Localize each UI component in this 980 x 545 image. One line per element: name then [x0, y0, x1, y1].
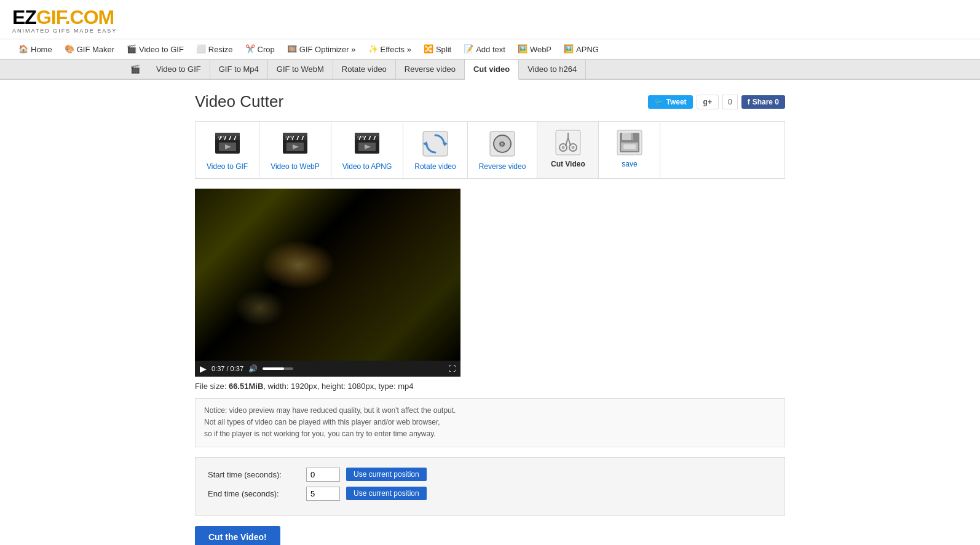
tool-icon-save [616, 129, 643, 156]
video-gif-nav-icon: 🎬 [127, 44, 136, 54]
start-time-row: Start time (seconds): Use current positi… [208, 468, 772, 482]
start-time-label: Start time (seconds): [208, 470, 300, 479]
subnav-reverse-video[interactable]: Reverse video [396, 60, 465, 79]
page-title: Video Cutter [195, 92, 283, 111]
notice-line3: so if the player is not working for you,… [204, 428, 776, 440]
subnav-gif-to-mp4[interactable]: GIF to Mp4 [210, 60, 268, 79]
end-time-row: End time (seconds): Use current position [208, 487, 772, 501]
tool-icon-scissors [555, 129, 582, 156]
tool-video-to-gif[interactable]: 2 4 5 Video to GIF [196, 122, 259, 178]
cut-video-button[interactable]: Cut the Video! [195, 526, 280, 545]
svg-point-41 [571, 146, 574, 149]
svg-rect-48 [631, 133, 633, 140]
logo-text: EZGIF.COM [12, 7, 968, 27]
subnav-video-to-h264[interactable]: Video to h264 [519, 60, 586, 79]
tool-icon-video-to-gif: 2 4 5 [213, 129, 242, 159]
video-controls: ▶ 0:37 / 0:37 🔊 ⛶ [195, 361, 460, 377]
use-current-position-start-button[interactable]: Use current position [346, 468, 427, 481]
resize-icon: ⬜ [196, 44, 206, 54]
svg-text:2 4 5: 2 4 5 [218, 135, 224, 139]
svg-text:⚙: ⚙ [499, 140, 505, 149]
gif-maker-icon: 🎨 [65, 44, 74, 54]
nav-gif-maker[interactable]: 🎨 GIF Maker [58, 39, 121, 59]
tool-reverse-video[interactable]: ⚙ Reverse video [468, 122, 538, 178]
sub-nav: 🎬 Video to GIF GIF to Mp4 GIF to WebM Ro… [0, 60, 980, 80]
use-current-position-end-button[interactable]: Use current position [346, 487, 427, 500]
effects-icon: ✨ [368, 44, 378, 54]
video-glow [261, 240, 335, 289]
gplus-icon: g+ [703, 98, 712, 106]
notice-line1: Notice: video preview may have reduced q… [204, 405, 776, 417]
subnav-cut-video[interactable]: Cut video [465, 60, 519, 80]
file-size: 66.51MiB [229, 382, 263, 391]
logo-tagline: ANIMATED GIFS MADE EASY [12, 28, 968, 34]
tool-video-to-apng[interactable]: 2 4 5 Video to APNG [331, 122, 404, 178]
webp-icon: 🖼️ [518, 44, 528, 54]
subnav-video-to-gif[interactable]: Video to GIF [148, 60, 210, 79]
tool-icon-video-to-webp: 2 4 5 [280, 129, 310, 159]
share-button[interactable]: f Share 0 [741, 95, 785, 109]
nav-home[interactable]: 🏠 Home [12, 39, 58, 59]
home-icon: 🏠 [18, 44, 28, 54]
page-header-row: Video Cutter 🐦 Tweet g+ 0 f Share 0 [195, 92, 785, 111]
social-buttons: 🐦 Tweet g+ 0 f Share 0 [648, 95, 785, 109]
logo: EZGIF.COM ANIMATED GIFS MADE EASY [12, 7, 968, 34]
facebook-icon: f [748, 98, 750, 106]
svg-rect-50 [623, 144, 636, 149]
gplus-count: 0 [722, 95, 738, 109]
volume-bar[interactable] [263, 367, 293, 370]
cut-form: Start time (seconds): Use current positi… [195, 457, 785, 516]
tool-save[interactable]: save [599, 122, 660, 178]
crop-icon: ✂️ [245, 44, 255, 54]
end-time-input[interactable] [306, 487, 340, 501]
fullscreen-button[interactable]: ⛶ [448, 364, 456, 373]
apng-icon: 🖼️ [564, 44, 574, 54]
nav-apng[interactable]: 🖼️ APNG [558, 39, 605, 59]
volume-icon: 🔊 [248, 364, 258, 373]
notice-box: Notice: video preview may have reduced q… [195, 398, 785, 447]
film-icon: 🎬 [123, 60, 148, 79]
volume-fill [263, 367, 284, 370]
svg-text:2 4 5: 2 4 5 [357, 135, 364, 139]
end-time-label: End time (seconds): [208, 489, 300, 498]
subnav-rotate-video[interactable]: Rotate video [333, 60, 396, 79]
gplus-button[interactable]: g+ [697, 95, 719, 109]
nav-webp[interactable]: 🖼️ WebP [512, 39, 558, 59]
nav-split[interactable]: 🔀 Split [417, 39, 457, 59]
video-player: ▶ 0:37 / 0:37 🔊 ⛶ [195, 189, 460, 377]
time-display: 0:37 / 0:37 [211, 365, 243, 372]
tool-rotate-video[interactable]: Rotate video [403, 122, 467, 178]
tool-icon-video-to-apng: 2 4 5 [352, 129, 382, 159]
tweet-button[interactable]: 🐦 Tweet [648, 95, 692, 109]
play-button[interactable]: ▶ [200, 364, 207, 374]
nav-bar: 🏠 Home 🎨 GIF Maker 🎬 Video to GIF ⬜ Resi… [0, 39, 980, 60]
video-frame [195, 189, 460, 361]
tool-icon-reverse: ⚙ [488, 129, 517, 159]
nav-video-to-gif[interactable]: 🎬 Video to GIF [121, 39, 190, 59]
tool-icon-rotate [421, 129, 450, 159]
subnav-gif-to-webm[interactable]: GIF to WebM [268, 60, 333, 79]
nav-add-text[interactable]: 📝 Add text [457, 39, 512, 59]
svg-point-40 [561, 146, 564, 149]
main-content: Video Cutter 🐦 Tweet g+ 0 f Share 0 [183, 80, 797, 545]
nav-gif-optimizer[interactable]: 🎞️ GIF Optimizer » [281, 39, 362, 59]
nav-crop[interactable]: ✂️ Crop [239, 39, 281, 59]
svg-text:2 4 5: 2 4 5 [285, 135, 292, 139]
notice-line2: Not all types of video can be played wit… [204, 417, 776, 428]
split-icon: 🔀 [424, 44, 433, 54]
file-info: File size: 66.51MiB, width: 1920px, heig… [195, 382, 785, 391]
tool-video-to-webp[interactable]: 2 4 5 Video to WebP [259, 122, 331, 178]
twitter-icon: 🐦 [654, 98, 663, 106]
optimizer-icon: 🎞️ [287, 44, 297, 54]
tools-row: 2 4 5 Video to GIF [195, 121, 785, 179]
video-glow2 [235, 289, 284, 326]
text-icon: 📝 [464, 44, 473, 54]
nav-effects[interactable]: ✨ Effects » [362, 39, 417, 59]
tool-cut-video[interactable]: Cut Video [537, 122, 599, 178]
nav-resize[interactable]: ⬜ Resize [190, 39, 239, 59]
start-time-input[interactable] [306, 468, 340, 482]
